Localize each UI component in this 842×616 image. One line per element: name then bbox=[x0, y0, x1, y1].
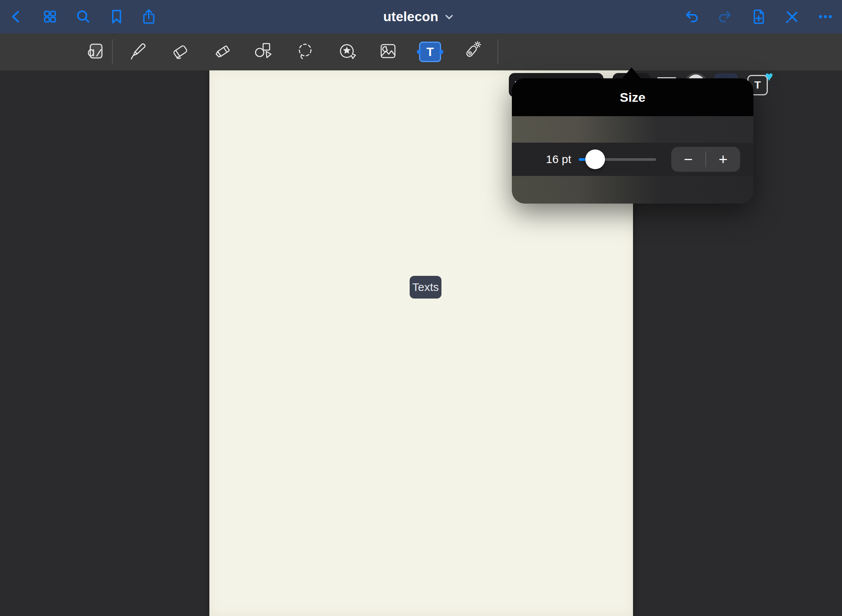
eraser-tool[interactable] bbox=[168, 40, 192, 64]
close-markup-button[interactable] bbox=[784, 8, 800, 25]
highlighter-icon bbox=[212, 40, 234, 64]
image-tool[interactable] bbox=[376, 40, 400, 64]
laser-pointer-tool[interactable] bbox=[459, 40, 483, 64]
size-popover: Size 16 pt − + bbox=[512, 78, 753, 204]
text-tool[interactable]: T bbox=[418, 40, 442, 64]
thumbnails-button[interactable] bbox=[42, 8, 58, 25]
back-button[interactable] bbox=[8, 8, 25, 25]
texts-tooltip-label: Texts bbox=[412, 281, 439, 294]
heart-icon: ♥ bbox=[765, 70, 773, 83]
chevron-down-icon bbox=[444, 14, 454, 22]
tools-toolbar: T HiraginoSans-... 16 bbox=[0, 33, 842, 70]
pen-cross-icon bbox=[784, 9, 800, 25]
ellipsis-icon bbox=[817, 9, 834, 25]
texts-tooltip: Texts bbox=[410, 276, 441, 299]
size-slider-thumb[interactable] bbox=[585, 149, 605, 169]
sticker-star-icon bbox=[336, 40, 358, 64]
highlighter-tool[interactable] bbox=[210, 40, 235, 64]
bookmark-icon bbox=[109, 9, 124, 25]
lasso-tool[interactable] bbox=[293, 40, 317, 64]
size-slider-track[interactable] bbox=[579, 158, 656, 161]
laser-pointer-icon bbox=[460, 40, 482, 64]
shapes-icon bbox=[252, 40, 274, 64]
eraser-icon bbox=[169, 40, 191, 64]
selection-handle-right bbox=[439, 50, 443, 54]
share-button[interactable] bbox=[140, 8, 157, 25]
add-page-button[interactable] bbox=[750, 8, 767, 25]
redo-button[interactable] bbox=[717, 8, 733, 25]
view-mode-icon bbox=[84, 40, 106, 64]
redo-icon bbox=[717, 9, 733, 25]
search-icon bbox=[75, 9, 91, 25]
view-mode-tool[interactable] bbox=[83, 40, 108, 64]
decrease-size-button[interactable]: − bbox=[671, 147, 705, 172]
pen-tool[interactable] bbox=[126, 40, 150, 64]
selection-handle-left bbox=[417, 50, 421, 54]
plus-icon: + bbox=[719, 151, 727, 168]
size-slider-row: 16 pt − + bbox=[512, 143, 753, 176]
share-icon bbox=[141, 8, 157, 25]
chevron-left-icon bbox=[9, 9, 24, 24]
increase-size-button[interactable]: + bbox=[706, 147, 740, 172]
text-tool-glyph: T bbox=[426, 45, 434, 59]
add-page-icon bbox=[751, 8, 767, 25]
shapes-tool[interactable] bbox=[251, 40, 275, 64]
text-style-glyph: T bbox=[754, 79, 761, 91]
app-root: Texts ut bbox=[0, 0, 842, 616]
more-button[interactable] bbox=[817, 8, 834, 25]
toolbar-divider bbox=[112, 39, 113, 64]
search-button[interactable] bbox=[75, 8, 92, 25]
undo-button[interactable] bbox=[683, 8, 700, 25]
elements-tool[interactable] bbox=[335, 40, 359, 64]
size-stepper: − + bbox=[671, 147, 740, 172]
toolbar-divider-2 bbox=[497, 39, 498, 64]
size-preview-band bbox=[512, 116, 753, 143]
lasso-icon bbox=[294, 40, 316, 64]
text-tool-selected-box: T bbox=[419, 42, 441, 62]
minus-icon: − bbox=[684, 151, 692, 168]
size-popover-title: Size bbox=[620, 90, 646, 105]
image-icon bbox=[377, 40, 399, 64]
document-title-button[interactable]: utelecon bbox=[383, 0, 454, 33]
size-popover-header: Size bbox=[512, 78, 753, 116]
size-popover-footer-band bbox=[512, 176, 753, 204]
grid-view-icon bbox=[42, 9, 58, 25]
bookmark-button[interactable] bbox=[108, 8, 125, 25]
popover-arrow bbox=[622, 67, 641, 79]
top-navigation-bar: utelecon bbox=[0, 0, 842, 33]
document-title: utelecon bbox=[383, 9, 438, 24]
undo-icon bbox=[684, 9, 700, 25]
size-value-label: 16 pt bbox=[546, 153, 569, 166]
pen-icon bbox=[127, 40, 149, 64]
